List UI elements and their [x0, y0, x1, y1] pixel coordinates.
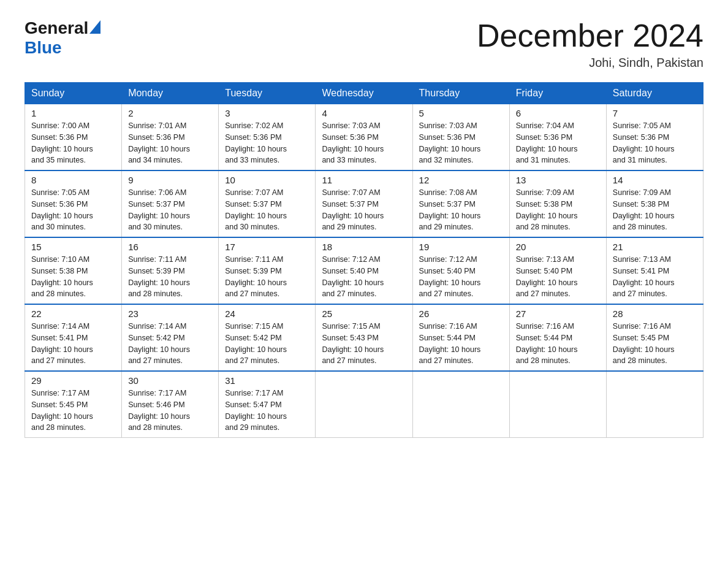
day-number: 2 — [128, 108, 212, 118]
day-number: 9 — [128, 175, 212, 185]
empty-cell — [606, 371, 703, 438]
weekday-header-wednesday: Wednesday — [316, 83, 412, 104]
day-info: Sunrise: 7:13 AM Sunset: 5:41 PM Dayligh… — [613, 254, 697, 300]
day-number: 26 — [419, 308, 503, 319]
day-info: Sunrise: 7:07 AM Sunset: 5:37 PM Dayligh… — [322, 187, 406, 233]
day-number: 22 — [31, 308, 115, 319]
day-number: 12 — [419, 175, 503, 185]
day-number: 14 — [613, 175, 697, 185]
weekday-header-friday: Friday — [509, 83, 606, 104]
day-number: 19 — [419, 242, 503, 252]
page-header: General Blue December 2024 Johi, Sindh, … — [25, 18, 703, 70]
day-info: Sunrise: 7:17 AM Sunset: 5:47 PM Dayligh… — [225, 388, 309, 434]
calendar-day-9: 9Sunrise: 7:06 AM Sunset: 5:37 PM Daylig… — [122, 170, 219, 237]
day-number: 20 — [516, 242, 600, 252]
day-number: 10 — [225, 175, 309, 185]
day-info: Sunrise: 7:17 AM Sunset: 5:46 PM Dayligh… — [128, 388, 212, 434]
day-info: Sunrise: 7:13 AM Sunset: 5:40 PM Dayligh… — [516, 254, 600, 300]
day-info: Sunrise: 7:05 AM Sunset: 5:36 PM Dayligh… — [613, 120, 697, 166]
day-number: 11 — [322, 175, 406, 185]
calendar-day-31: 31Sunrise: 7:17 AM Sunset: 5:47 PM Dayli… — [219, 371, 316, 438]
day-info: Sunrise: 7:12 AM Sunset: 5:40 PM Dayligh… — [322, 254, 406, 300]
calendar-day-26: 26Sunrise: 7:16 AM Sunset: 5:44 PM Dayli… — [412, 304, 509, 371]
logo-general: General — [25, 18, 88, 38]
day-info: Sunrise: 7:16 AM Sunset: 5:45 PM Dayligh… — [613, 321, 697, 367]
day-number: 17 — [225, 242, 309, 252]
day-number: 29 — [31, 375, 115, 386]
title-block: December 2024 Johi, Sindh, Pakistan — [477, 18, 703, 70]
day-number: 5 — [419, 108, 503, 118]
calendar-day-17: 17Sunrise: 7:11 AM Sunset: 5:39 PM Dayli… — [219, 237, 316, 304]
calendar-day-3: 3Sunrise: 7:02 AM Sunset: 5:36 PM Daylig… — [219, 104, 316, 171]
day-info: Sunrise: 7:11 AM Sunset: 5:39 PM Dayligh… — [128, 254, 212, 300]
calendar-day-4: 4Sunrise: 7:03 AM Sunset: 5:36 PM Daylig… — [316, 104, 412, 171]
logo: General Blue — [25, 18, 100, 58]
weekday-header-saturday: Saturday — [606, 83, 703, 104]
calendar-day-21: 21Sunrise: 7:13 AM Sunset: 5:41 PM Dayli… — [606, 237, 703, 304]
calendar-day-8: 8Sunrise: 7:05 AM Sunset: 5:36 PM Daylig… — [25, 170, 122, 237]
calendar-day-20: 20Sunrise: 7:13 AM Sunset: 5:40 PM Dayli… — [509, 237, 606, 304]
day-info: Sunrise: 7:03 AM Sunset: 5:36 PM Dayligh… — [322, 120, 406, 166]
calendar-title: December 2024 — [477, 18, 703, 53]
day-info: Sunrise: 7:08 AM Sunset: 5:37 PM Dayligh… — [419, 187, 503, 233]
day-info: Sunrise: 7:16 AM Sunset: 5:44 PM Dayligh… — [516, 321, 600, 367]
day-info: Sunrise: 7:10 AM Sunset: 5:38 PM Dayligh… — [31, 254, 115, 300]
day-number: 6 — [516, 108, 600, 118]
calendar-day-7: 7Sunrise: 7:05 AM Sunset: 5:36 PM Daylig… — [606, 104, 703, 171]
calendar-week-3: 15Sunrise: 7:10 AM Sunset: 5:38 PM Dayli… — [25, 237, 703, 304]
day-number: 13 — [516, 175, 600, 185]
day-info: Sunrise: 7:03 AM Sunset: 5:36 PM Dayligh… — [419, 120, 503, 166]
day-number: 16 — [128, 242, 212, 252]
day-info: Sunrise: 7:01 AM Sunset: 5:36 PM Dayligh… — [128, 120, 212, 166]
day-number: 28 — [613, 308, 697, 319]
calendar-day-11: 11Sunrise: 7:07 AM Sunset: 5:37 PM Dayli… — [316, 170, 412, 237]
calendar-day-5: 5Sunrise: 7:03 AM Sunset: 5:36 PM Daylig… — [412, 104, 509, 171]
day-number: 25 — [322, 308, 406, 319]
calendar-week-4: 22Sunrise: 7:14 AM Sunset: 5:41 PM Dayli… — [25, 304, 703, 371]
calendar-day-29: 29Sunrise: 7:17 AM Sunset: 5:45 PM Dayli… — [25, 371, 122, 438]
calendar-header-row: SundayMondayTuesdayWednesdayThursdayFrid… — [25, 83, 703, 104]
day-info: Sunrise: 7:02 AM Sunset: 5:36 PM Dayligh… — [225, 120, 309, 166]
day-info: Sunrise: 7:15 AM Sunset: 5:43 PM Dayligh… — [322, 321, 406, 367]
day-info: Sunrise: 7:06 AM Sunset: 5:37 PM Dayligh… — [128, 187, 212, 233]
day-info: Sunrise: 7:07 AM Sunset: 5:37 PM Dayligh… — [225, 187, 309, 233]
calendar-day-22: 22Sunrise: 7:14 AM Sunset: 5:41 PM Dayli… — [25, 304, 122, 371]
day-number: 27 — [516, 308, 600, 319]
day-number: 3 — [225, 108, 309, 118]
empty-cell — [412, 371, 509, 438]
day-number: 15 — [31, 242, 115, 252]
calendar-day-16: 16Sunrise: 7:11 AM Sunset: 5:39 PM Dayli… — [122, 237, 219, 304]
day-number: 30 — [128, 375, 212, 386]
day-info: Sunrise: 7:16 AM Sunset: 5:44 PM Dayligh… — [419, 321, 503, 367]
day-number: 1 — [31, 108, 115, 118]
calendar-table: SundayMondayTuesdayWednesdayThursdayFrid… — [25, 82, 703, 438]
calendar-week-2: 8Sunrise: 7:05 AM Sunset: 5:36 PM Daylig… — [25, 170, 703, 237]
weekday-header-monday: Monday — [122, 83, 219, 104]
calendar-day-18: 18Sunrise: 7:12 AM Sunset: 5:40 PM Dayli… — [316, 237, 412, 304]
day-info: Sunrise: 7:17 AM Sunset: 5:45 PM Dayligh… — [31, 388, 115, 434]
calendar-day-6: 6Sunrise: 7:04 AM Sunset: 5:36 PM Daylig… — [509, 104, 606, 171]
calendar-day-15: 15Sunrise: 7:10 AM Sunset: 5:38 PM Dayli… — [25, 237, 122, 304]
calendar-day-19: 19Sunrise: 7:12 AM Sunset: 5:40 PM Dayli… — [412, 237, 509, 304]
calendar-day-30: 30Sunrise: 7:17 AM Sunset: 5:46 PM Dayli… — [122, 371, 219, 438]
day-info: Sunrise: 7:14 AM Sunset: 5:41 PM Dayligh… — [31, 321, 115, 367]
calendar-day-13: 13Sunrise: 7:09 AM Sunset: 5:38 PM Dayli… — [509, 170, 606, 237]
calendar-week-5: 29Sunrise: 7:17 AM Sunset: 5:45 PM Dayli… — [25, 371, 703, 438]
day-info: Sunrise: 7:11 AM Sunset: 5:39 PM Dayligh… — [225, 254, 309, 300]
calendar-day-24: 24Sunrise: 7:15 AM Sunset: 5:42 PM Dayli… — [219, 304, 316, 371]
logo-triangle-icon — [89, 20, 100, 34]
calendar-day-14: 14Sunrise: 7:09 AM Sunset: 5:38 PM Dayli… — [606, 170, 703, 237]
calendar-day-10: 10Sunrise: 7:07 AM Sunset: 5:37 PM Dayli… — [219, 170, 316, 237]
empty-cell — [509, 371, 606, 438]
weekday-header-tuesday: Tuesday — [219, 83, 316, 104]
day-number: 23 — [128, 308, 212, 319]
day-number: 21 — [613, 242, 697, 252]
empty-cell — [316, 371, 412, 438]
calendar-day-1: 1Sunrise: 7:00 AM Sunset: 5:36 PM Daylig… — [25, 104, 122, 171]
calendar-day-25: 25Sunrise: 7:15 AM Sunset: 5:43 PM Dayli… — [316, 304, 412, 371]
day-number: 18 — [322, 242, 406, 252]
day-info: Sunrise: 7:14 AM Sunset: 5:42 PM Dayligh… — [128, 321, 212, 367]
day-number: 8 — [31, 175, 115, 185]
calendar-day-2: 2Sunrise: 7:01 AM Sunset: 5:36 PM Daylig… — [122, 104, 219, 171]
calendar-day-23: 23Sunrise: 7:14 AM Sunset: 5:42 PM Dayli… — [122, 304, 219, 371]
